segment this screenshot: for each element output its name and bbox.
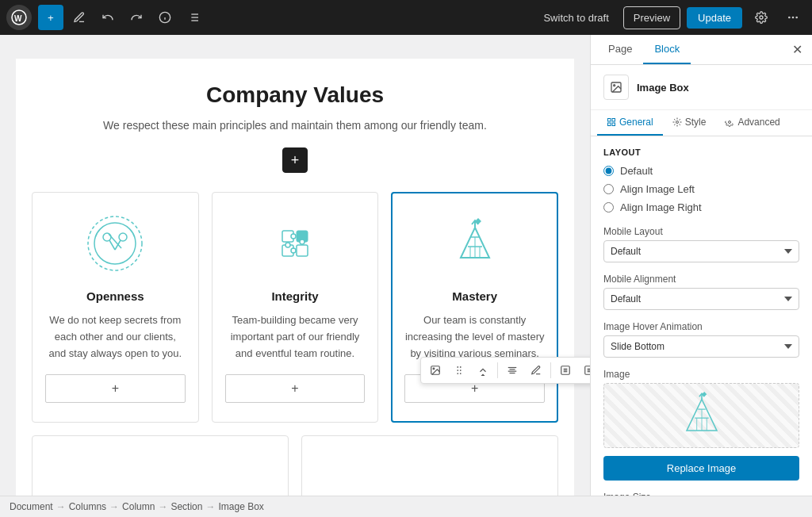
- svg-point-55: [291, 248, 296, 253]
- card-openness-text: We do not keep secrets from each other a…: [45, 312, 186, 362]
- svg-point-74: [729, 121, 731, 124]
- tab-block[interactable]: Block: [643, 35, 691, 64]
- breadcrumb-sep-1: →: [56, 501, 66, 512]
- radio-align-right[interactable]: Align Image Right: [603, 201, 799, 213]
- mobile-alignment-label: Mobile Alignment: [603, 274, 799, 285]
- svg-text:W: W: [14, 14, 22, 23]
- card-mastery[interactable]: Mastery Our team is constantly increasin…: [391, 192, 558, 423]
- wp-logo: W: [6, 5, 32, 30]
- image-hover-label: Image Hover Animation: [603, 321, 799, 332]
- svg-point-17: [457, 366, 458, 368]
- panel-tabs: Page Block ✕: [591, 35, 812, 65]
- svg-point-22: [460, 373, 462, 374]
- block-name-label: Image Box: [637, 82, 689, 94]
- radio-align-left-label: Align Image Left: [620, 183, 695, 195]
- svg-point-42: [88, 216, 142, 270]
- info-button[interactable]: [152, 5, 178, 30]
- svg-point-19: [457, 370, 458, 371]
- tab-page[interactable]: Page: [597, 35, 643, 64]
- add-block-toolbar-button[interactable]: +: [38, 5, 63, 30]
- sub-tab-advanced[interactable]: Advanced: [715, 110, 789, 136]
- image-section-label: Image: [603, 369, 799, 380]
- tools-button[interactable]: [67, 5, 92, 30]
- card-mastery-icon: [443, 212, 507, 275]
- block-arrows-btn[interactable]: [472, 359, 494, 381]
- card-openness-title: Openness: [86, 289, 144, 303]
- replace-image-button[interactable]: Replace Image: [603, 456, 799, 481]
- svg-point-68: [614, 85, 615, 86]
- breadcrumb: Document → Columns → Column → Section → …: [0, 496, 812, 517]
- block-toolbar: [420, 357, 590, 384]
- sub-tab-general[interactable]: General: [597, 110, 663, 136]
- block-align-right-btn[interactable]: [578, 359, 590, 381]
- page-title: Company Values: [32, 82, 558, 108]
- bottom-card-1: [32, 435, 289, 496]
- svg-point-13: [792, 17, 795, 19]
- breadcrumb-item-image-box[interactable]: Image Box: [218, 501, 263, 512]
- switch-to-draft-button[interactable]: Switch to draft: [535, 7, 616, 29]
- breadcrumb-item-column[interactable]: Column: [122, 501, 155, 512]
- sub-tab-style[interactable]: Style: [663, 110, 716, 136]
- svg-point-44: [103, 233, 111, 241]
- block-align-center-btn[interactable]: [501, 359, 523, 381]
- svg-marker-66: [475, 218, 481, 224]
- block-edit-btn[interactable]: [525, 359, 547, 381]
- svg-point-43: [94, 223, 136, 264]
- preview-button[interactable]: Preview: [623, 6, 680, 29]
- cards-row: Openness We do not keep secrets from eac…: [32, 192, 558, 423]
- svg-point-12: [788, 17, 791, 19]
- svg-rect-70: [612, 119, 615, 122]
- layout-radio-group: Default Align Image Left Align Image Rig…: [603, 165, 799, 213]
- mobile-layout-select[interactable]: Default: [603, 240, 799, 262]
- card-mastery-text: Our team is constantly increasing the le…: [404, 312, 545, 362]
- sub-tab-style-label: Style: [685, 117, 707, 128]
- svg-marker-83: [702, 392, 707, 396]
- list-view-button[interactable]: [181, 5, 206, 30]
- toolbar-divider-1: [497, 362, 498, 378]
- card-integrity-icon: [263, 212, 327, 275]
- card-integrity-add-button[interactable]: +: [225, 374, 366, 403]
- more-options-button[interactable]: [780, 5, 806, 30]
- breadcrumb-item-document[interactable]: Document: [10, 501, 53, 512]
- breadcrumb-item-section[interactable]: Section: [170, 501, 202, 512]
- svg-line-46: [109, 240, 115, 250]
- block-image-icon-btn[interactable]: [424, 359, 446, 381]
- radio-align-right-input[interactable]: [603, 202, 614, 213]
- image-hover-select[interactable]: Slide Bottom: [603, 335, 799, 358]
- svg-point-73: [676, 121, 678, 124]
- radio-align-left-input[interactable]: [603, 184, 614, 194]
- panel-close-button[interactable]: ✕: [789, 39, 806, 60]
- sub-tab-advanced-label: Advanced: [737, 117, 779, 128]
- card-openness-icon: [83, 212, 147, 275]
- card-mastery-title: Mastery: [452, 289, 497, 303]
- svg-point-54: [300, 239, 304, 244]
- svg-rect-72: [612, 123, 615, 126]
- page-subtitle: We respect these main principles and mai…: [32, 119, 558, 132]
- layout-section-label: Layout: [603, 147, 799, 157]
- panel-body: Layout Default Align Image Left Align Im…: [591, 136, 812, 496]
- card-integrity-title: Integrity: [271, 289, 318, 303]
- add-block-center-button[interactable]: +: [282, 147, 308, 173]
- update-button[interactable]: Update: [687, 7, 742, 29]
- block-align-left-btn[interactable]: [554, 359, 576, 381]
- block-drag-btn[interactable]: [448, 359, 470, 381]
- card-integrity[interactable]: Integrity Team-building became very impo…: [212, 192, 379, 423]
- radio-align-left[interactable]: Align Image Left: [603, 183, 799, 195]
- breadcrumb-sep-2: →: [109, 501, 119, 512]
- svg-point-11: [760, 16, 763, 19]
- canvas-area: Company Values We respect these main pri…: [0, 35, 590, 496]
- mobile-alignment-select[interactable]: Default: [603, 288, 799, 310]
- bottom-card-2: [301, 435, 558, 496]
- svg-rect-52: [297, 245, 308, 256]
- svg-point-16: [433, 368, 435, 370]
- card-openness-add-button[interactable]: +: [45, 374, 186, 403]
- radio-default[interactable]: Default: [603, 165, 799, 177]
- settings-button[interactable]: [749, 5, 774, 30]
- redo-button[interactable]: [124, 5, 149, 30]
- page-content: Company Values We respect these main pri…: [16, 59, 574, 496]
- svg-rect-69: [608, 119, 611, 122]
- undo-button[interactable]: [95, 5, 121, 30]
- breadcrumb-item-columns[interactable]: Columns: [69, 501, 106, 512]
- radio-default-input[interactable]: [603, 166, 614, 176]
- card-openness[interactable]: Openness We do not keep secrets from eac…: [32, 192, 199, 423]
